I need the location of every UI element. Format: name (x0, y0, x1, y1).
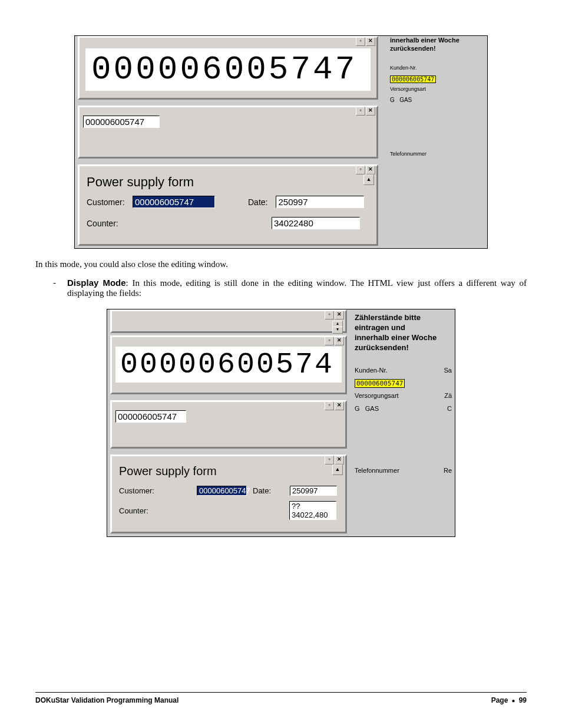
right-header-line1: innerhalb einer Woche (390, 36, 484, 44)
footer-right: Page ● 99 (491, 696, 527, 704)
maximize-icon[interactable]: ▫ (325, 401, 334, 410)
versorg-right: Zä (444, 391, 452, 400)
date-label: Date: (248, 197, 267, 207)
versorg-g: G (355, 405, 360, 412)
maximize-icon[interactable]: ▫ (356, 166, 365, 174)
tel-right: Re (444, 466, 452, 475)
window-controls: ▫ ✕ (356, 37, 375, 46)
date-label: Date: (253, 486, 271, 495)
close-icon[interactable]: ✕ (366, 166, 375, 174)
right-panel-1: innerhalb einer Woche zurücksenden! Kund… (390, 36, 484, 158)
versorg-gas: GAS (399, 97, 412, 103)
tel-label: Telefonnummer (355, 466, 399, 475)
window-controls: ▫ ✕ (325, 311, 344, 319)
kunden-value-highlight: 000006005747 (390, 75, 436, 83)
close-icon[interactable]: ✕ (366, 37, 375, 46)
right-h4: zurücksenden! (355, 343, 452, 353)
ocr-pane-2: ▫ ✕ 00000600574 (110, 335, 347, 394)
close-icon[interactable]: ✕ (335, 337, 344, 345)
customer-label: Customer: (87, 197, 128, 207)
page-footer: DOKuStar Validation Programming Manual P… (35, 692, 527, 704)
ocr-large-text: 000006005747 (85, 48, 371, 91)
ocr-pane-1: ▫ ✕ 000006005747 (78, 36, 378, 100)
close-icon[interactable]: ✕ (335, 311, 344, 319)
scroll-down-icon[interactable]: ▼ (332, 327, 343, 334)
counter-label: Counter: (119, 506, 154, 515)
footer-left: DOKuStar Validation Programming Manual (35, 696, 178, 704)
kunden-value-highlight: 000006005747 (355, 379, 405, 388)
right-h1: Zählerstände bitte (355, 313, 452, 323)
tel-label: Telefonnummer (390, 151, 484, 158)
figure-1: ▫ ✕ 000006005747 ▫ ✕ 000006005747 ▫ ✕ ▲ … (74, 35, 488, 249)
close-icon[interactable]: ✕ (366, 107, 375, 116)
footer-page-number: 99 (519, 696, 527, 704)
date-input[interactable]: 250997 (276, 196, 364, 208)
customer-input[interactable]: 000006005747 (133, 196, 215, 208)
maximize-icon[interactable]: ▫ (356, 107, 365, 116)
window-controls: ▫ ✕ (325, 456, 344, 465)
edit-input[interactable]: 000006005747 (115, 410, 186, 423)
scroll-up-icon[interactable]: ▲ (363, 174, 374, 185)
right-panel-2: Zählerstände bitte eintragen und innerha… (355, 313, 452, 475)
window-controls: ▫ ✕ (356, 107, 375, 116)
edit-input[interactable]: 000006005747 (83, 116, 160, 128)
form-pane-2: ▫ ✕ ▲ Power supply form Customer: 000006… (110, 454, 347, 533)
bullet-icon: ● (510, 697, 517, 704)
customer-input[interactable]: 000006005747 (197, 486, 247, 496)
close-icon[interactable]: ✕ (335, 456, 344, 465)
window-controls: ▫ ✕ (356, 166, 375, 174)
bullet-display-mode: Display Mode: In this mode, editing is s… (49, 278, 527, 298)
right-h2: eintragen und (355, 323, 452, 333)
form-title: Power supply form (87, 174, 194, 190)
date-input[interactable]: 250997 (290, 486, 337, 496)
footer-page-label: Page (491, 696, 508, 704)
versorg-label: Versorgungsart (390, 86, 484, 93)
ocr-image: 00000600574 (115, 347, 342, 383)
kunden-label: Kunden-Nr. (390, 65, 484, 72)
counter-input[interactable]: ??34022,480 (289, 501, 336, 520)
right-h3: innerhalb einer Woche (355, 333, 452, 343)
versorg-label: Versorgungsart (355, 391, 399, 400)
ocr-image: 000006005747 (85, 48, 371, 91)
form-title: Power supply form (119, 465, 217, 478)
versorg-c: C (447, 404, 452, 413)
kunden-right: Sa (444, 366, 452, 374)
close-icon[interactable]: ✕ (335, 401, 344, 410)
counter-label: Counter: (87, 219, 128, 228)
maximize-icon[interactable]: ▫ (325, 337, 334, 345)
maximize-icon[interactable]: ▫ (356, 37, 365, 46)
figure-2: ▫ ✕ ▲ ▼ ▫ ✕ 00000600574 ▫ ✕ 000006005747… (107, 309, 455, 537)
bullet-bold: Display Mode (67, 278, 126, 288)
window-controls: ▫ ✕ (325, 337, 344, 345)
counter-input[interactable]: 34022480 (272, 217, 360, 229)
top-bar-pane: ▫ ✕ ▲ ▼ (110, 309, 347, 333)
ocr-large-text: 00000600574 (115, 347, 342, 383)
versorg-g: G (390, 97, 395, 103)
edit-pane-1: ▫ ✕ 000006005747 (78, 106, 378, 159)
window-controls: ▫ ✕ (325, 401, 344, 410)
kunden-label: Kunden-Nr. (355, 366, 388, 374)
form-pane-1: ▫ ✕ ▲ Power supply form Customer: 000006… (78, 164, 378, 246)
customer-label: Customer: (119, 486, 154, 495)
versorg-gas: GAS (365, 405, 379, 412)
edit-pane-2: ▫ ✕ 000006005747 (110, 400, 347, 449)
maximize-icon[interactable]: ▫ (325, 311, 334, 319)
maximize-icon[interactable]: ▫ (325, 456, 334, 465)
paragraph-1: In this mode, you could also close the e… (35, 259, 527, 269)
bullet-rest: : In this mode, editing is still done in… (67, 278, 527, 298)
scroll-up-icon[interactable]: ▲ (332, 465, 343, 475)
right-header-line2: zurücksenden! (390, 44, 484, 52)
